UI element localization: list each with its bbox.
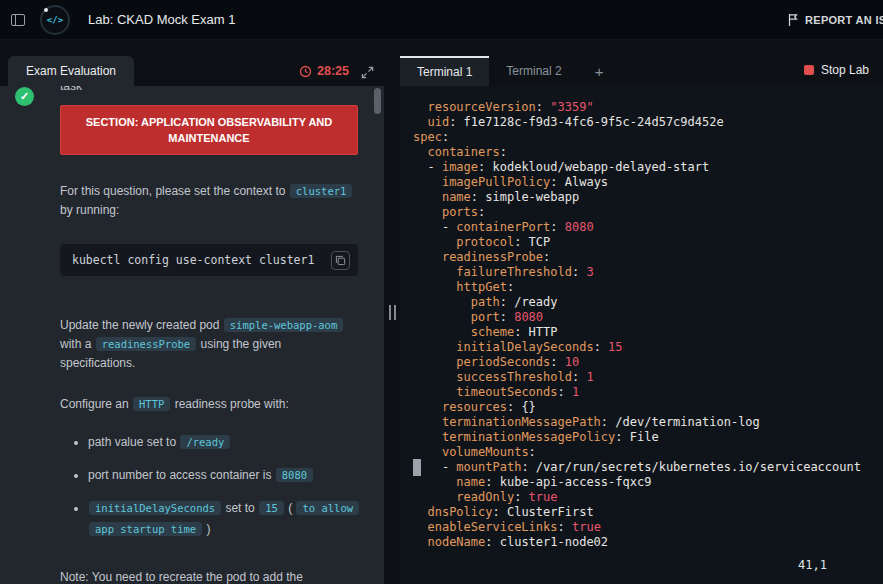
terminal-panel: Terminal 1 Terminal 2 + Stop Lab resourc… <box>400 40 883 584</box>
terminal-line: port: 8080 <box>413 310 883 325</box>
terminal-line: resources: {} <box>413 400 883 415</box>
inline-code-port: 8080 <box>276 468 313 482</box>
terminal-screen[interactable]: resourceVersion: "3359" uid: f1e7128c-f9… <box>400 86 883 584</box>
list-item-path: path value set to /ready <box>88 432 358 453</box>
bullet2-text: port number to access container is <box>88 468 275 482</box>
terminal-line: name: simple-webapp <box>413 190 883 205</box>
stop-lab-button[interactable]: Stop Lab <box>804 63 883 86</box>
flag-icon <box>787 13 799 27</box>
clipped-previous-text: task <box>60 86 82 93</box>
update-text-1: Update the newly created pod <box>60 318 223 332</box>
panel-divider <box>384 40 400 584</box>
bullet3-text-2: ( <box>285 501 296 515</box>
terminal-line: path: /ready <box>413 295 883 310</box>
question-scrollbar <box>374 88 381 582</box>
expand-panel-button[interactable] <box>361 66 374 79</box>
topbar: </> Lab: CKAD Mock Exam 1 REPORT AN ISSU… <box>0 0 883 40</box>
bullet3-text-1: set to <box>222 501 258 515</box>
divider-drag-handle[interactable] <box>389 305 396 320</box>
terminal-line: terminationMessagePolicy: File <box>413 430 883 445</box>
exam-panel-header: Exam Evaluation 28:25 <box>0 40 384 86</box>
probe-spec-list: path value set to /ready port number to … <box>60 432 358 540</box>
configure-instruction: Configure an HTTP readiness probe with: <box>60 395 358 414</box>
terminal-output: resourceVersion: "3359" uid: f1e7128c-f9… <box>400 86 883 550</box>
tab-terminal-1[interactable]: Terminal 1 <box>400 56 489 86</box>
terminal-line: nodeName: cluster1-node02 <box>413 535 883 550</box>
terminal-line: - containerPort: 8080 <box>413 220 883 235</box>
terminal-line: ports: <box>413 205 883 220</box>
question-content[interactable]: task ✓ SECTION: APPLICATION OBSERVABILIT… <box>0 86 384 584</box>
terminal-line: successThreshold: 1 <box>413 370 883 385</box>
clock-icon <box>299 65 312 78</box>
inline-code-cluster1: cluster1 <box>290 184 353 198</box>
copy-command-button[interactable] <box>331 251 350 270</box>
question-complete-badge: ✓ <box>15 87 34 106</box>
terminal-line: - image: kodekloud/webapp-delayed-start <box>413 160 883 175</box>
command-text: kubectl config use-context cluster1 <box>72 253 331 267</box>
terminal-line: uid: f1e7128c-f9d3-4fc6-9f5c-24d57c9d452… <box>413 115 883 130</box>
section-banner: SECTION: APPLICATION OBSERVABILITY AND M… <box>60 105 358 155</box>
inline-code-15: 15 <box>259 501 284 515</box>
timer-value: 28:25 <box>317 64 349 78</box>
inline-code-initialdelayseconds: initialDelaySeconds <box>89 501 221 515</box>
terminal-line: - mountPath: /var/run/secrets/kubernetes… <box>413 460 883 475</box>
bullet3-text-3: ) <box>203 522 210 536</box>
bullet1-text: path value set to <box>88 435 179 449</box>
terminal-line: readOnly: true <box>413 490 883 505</box>
stop-lab-label: Stop Lab <box>821 63 869 77</box>
report-issue-label: REPORT AN ISSUE <box>805 14 883 26</box>
configure-text-2: readiness probe with: <box>171 397 288 411</box>
report-issue-button[interactable]: REPORT AN ISSUE <box>787 0 883 40</box>
terminal-line: httpGet: <box>413 280 883 295</box>
vim-cursor-position: 41,1 <box>798 558 827 572</box>
terminal-line: scheme: HTTP <box>413 325 883 340</box>
update-instruction: Update the newly created pod simple-weba… <box>60 316 358 373</box>
configure-text-1: Configure an <box>60 397 132 411</box>
scrollbar-thumb[interactable] <box>374 88 381 114</box>
stop-icon <box>804 65 814 75</box>
terminal-line: imagePullPolicy: Always <box>413 175 883 190</box>
lab-title: Lab: CKAD Mock Exam 1 <box>88 12 235 27</box>
kodekloud-logo-icon: </> <box>40 5 70 35</box>
terminal-line: dnsPolicy: ClusterFirst <box>413 505 883 520</box>
terminal-line: spec: <box>413 130 883 145</box>
list-item-port: port number to access container is 8080 <box>88 465 358 486</box>
exam-timer: 28:25 <box>299 64 349 86</box>
inline-code-ready-path: /ready <box>180 435 230 449</box>
note-text: Note: You need to recreate the pod to ad… <box>60 568 358 584</box>
terminal-line: initialDelaySeconds: 15 <box>413 340 883 355</box>
exam-panel: Exam Evaluation 28:25 task ✓ SECTION: AP… <box>0 40 384 584</box>
inline-code-readinessprobe: readinessProbe <box>96 337 197 351</box>
tab-exam-evaluation[interactable]: Exam Evaluation <box>8 56 134 86</box>
intro-text-2: by running: <box>60 203 119 217</box>
terminal-line: volumeMounts: <box>413 445 883 460</box>
terminal-line: readinessProbe: <box>413 250 883 265</box>
expand-icon <box>361 66 374 79</box>
terminal-line: protocol: TCP <box>413 235 883 250</box>
add-terminal-button[interactable]: + <box>579 56 620 86</box>
terminal-line: failureThreshold: 3 <box>413 265 883 280</box>
vim-block-cursor <box>413 459 421 476</box>
terminal-line: name: kube-api-access-fqxc9 <box>413 475 883 490</box>
terminal-line: periodSeconds: 10 <box>413 355 883 370</box>
update-text-2: with a <box>60 337 95 351</box>
sidebar-toggle-button[interactable] <box>10 12 26 28</box>
screen: </> Lab: CKAD Mock Exam 1 REPORT AN ISSU… <box>0 0 883 584</box>
copy-icon <box>335 255 346 266</box>
inline-code-pod-name: simple-webapp-aom <box>224 318 343 332</box>
sidebar-toggle-icon <box>10 12 26 28</box>
intro-text: For this question, please set the contex… <box>60 184 289 198</box>
context-instruction: For this question, please set the contex… <box>60 182 358 220</box>
terminal-line: timeoutSeconds: 1 <box>413 385 883 400</box>
command-block: kubectl config use-context cluster1 <box>60 244 358 276</box>
terminal-line: terminationMessagePath: /dev/termination… <box>413 415 883 430</box>
terminal-line: enableServiceLinks: true <box>413 520 883 535</box>
terminal-line: resourceVersion: "3359" <box>413 100 883 115</box>
terminal-line: containers: <box>413 145 883 160</box>
terminal-header: Terminal 1 Terminal 2 + Stop Lab <box>400 40 883 86</box>
inline-code-http: HTTP <box>133 397 170 411</box>
tab-terminal-2[interactable]: Terminal 2 <box>489 56 578 86</box>
list-item-initial-delay: initialDelaySeconds set to 15 ( to allow… <box>88 498 358 540</box>
